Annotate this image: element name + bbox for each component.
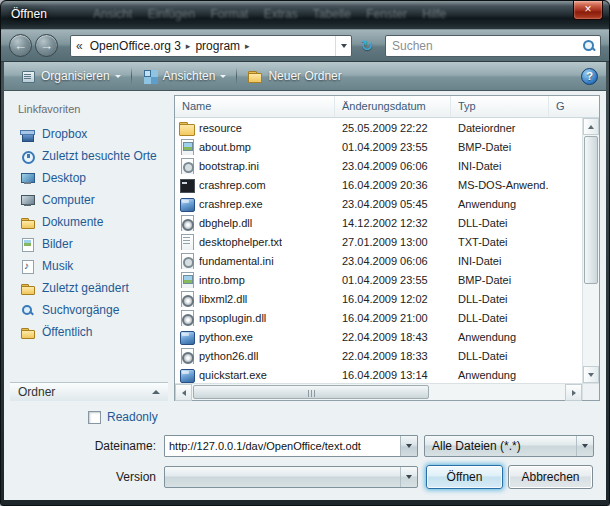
toolbar-separator [236, 67, 237, 85]
chevron-down-icon [341, 44, 347, 48]
breadcrumb[interactable]: « OpenOffice.org 3▸program▸ [70, 35, 352, 57]
column-header-2[interactable]: Typ [451, 96, 549, 117]
ini-file-icon [179, 158, 195, 174]
sidebar-item-searches[interactable]: Suchvorgänge [10, 299, 168, 321]
desktop-icon [20, 171, 35, 186]
file-row[interactable]: fundamental.ini23.04.2009 06:06INI-Datei [175, 251, 582, 270]
breadcrumb-item[interactable]: program [192, 39, 243, 53]
sidebar-item-recent-places[interactable]: Zuletzt besuchte Orte [10, 145, 168, 167]
file-type: Anwendung [451, 331, 549, 343]
vertical-scrollbar[interactable] [582, 118, 599, 383]
vertical-scroll-track[interactable] [583, 285, 599, 366]
organize-label: Organisieren [41, 69, 110, 83]
sidebar-item-public[interactable]: Öffentlich [10, 321, 168, 343]
file-name: dbghelp.dll [199, 217, 252, 229]
file-row[interactable]: dbghelp.dll14.12.2002 12:32DLL-Datei [175, 213, 582, 232]
refresh-button[interactable]: ↻ [355, 35, 379, 57]
horizontal-scroll-track[interactable] [430, 384, 565, 400]
filetype-dropdown-button[interactable] [576, 436, 593, 456]
file-name: crashrep.exe [199, 198, 263, 210]
breadcrumb-separator-icon[interactable]: ▸ [243, 41, 252, 51]
file-type: Anwendung [451, 369, 549, 381]
public-icon [20, 325, 35, 340]
file-date: 23.04.2009 06:06 [335, 160, 451, 172]
filename-dropdown-button[interactable] [400, 436, 417, 456]
sidebar-item-documents[interactable]: Dokumente [10, 211, 168, 233]
open-dialog: Ansicht Einfügen Format Extras Tabelle F… [0, 0, 610, 506]
filename-input[interactable] [165, 436, 400, 456]
breadcrumb-separator-icon[interactable]: ▸ [184, 41, 193, 51]
file-row[interactable]: python26.dll22.04.2009 18:33DLL-Datei [175, 346, 582, 365]
readonly-label[interactable]: Readonly [107, 410, 158, 424]
file-row[interactable]: crashrep.exe23.04.2009 05:45Anwendung [175, 194, 582, 213]
file-name: python26.dll [199, 350, 258, 362]
horizontal-scroll-thumb[interactable] [193, 385, 429, 399]
sidebar-item-music[interactable]: Musik [10, 255, 168, 277]
column-header-0[interactable]: Name [175, 96, 335, 117]
scroll-down-button[interactable] [583, 366, 599, 383]
file-name: desktophelper.txt [199, 236, 282, 248]
chevron-down-icon [220, 75, 226, 78]
txt-file-icon [179, 234, 195, 250]
search-box[interactable] [385, 35, 601, 57]
scroll-up-button[interactable] [583, 118, 599, 135]
back-button[interactable]: ← [9, 34, 32, 57]
file-type: INI-Datei [451, 160, 549, 172]
file-name: quickstart.exe [199, 369, 267, 381]
help-icon: ? [586, 70, 593, 82]
scroll-right-button[interactable] [565, 384, 582, 401]
sidebar-item-label: Dropbox [42, 127, 87, 141]
column-header-3[interactable]: G [549, 96, 599, 117]
forward-button[interactable]: → [35, 34, 58, 57]
file-row[interactable]: desktophelper.txt27.01.2009 13:00TXT-Dat… [175, 232, 582, 251]
file-date: 27.01.2009 13:00 [335, 236, 451, 248]
sidebar-item-pictures[interactable]: Bilder [10, 233, 168, 255]
close-button[interactable]: × [573, 1, 603, 20]
file-row[interactable]: bootstrap.ini23.04.2009 06:06INI-Datei [175, 156, 582, 175]
folders-expander[interactable]: Ordner [10, 382, 168, 401]
readonly-checkbox[interactable] [88, 411, 101, 424]
vertical-scroll-thumb[interactable] [584, 136, 598, 284]
version-select[interactable] [164, 466, 418, 488]
version-label: Version [4, 470, 164, 484]
file-row[interactable]: libxml2.dll16.04.2009 12:02DLL-Datei [175, 289, 582, 308]
version-dropdown-button[interactable] [400, 467, 417, 487]
file-row[interactable]: quickstart.exe16.04.2009 13:14Anwendung [175, 365, 582, 383]
sidebar-item-dropbox[interactable]: Dropbox [10, 123, 168, 145]
horizontal-scrollbar[interactable] [175, 384, 582, 400]
sidebar-item-computer[interactable]: Computer [10, 189, 168, 211]
open-button[interactable]: Öffnen [426, 465, 503, 489]
breadcrumb-dropdown-button[interactable] [335, 36, 351, 56]
dll-file-icon [179, 348, 195, 364]
search-input[interactable] [392, 39, 582, 53]
views-button[interactable]: Ansichten [134, 65, 235, 87]
scroll-left-button[interactable] [175, 384, 192, 401]
breadcrumb-overflow-icon[interactable]: « [76, 39, 83, 53]
file-row[interactable]: npsoplugin.dll16.04.2009 21:00DLL-Datei [175, 308, 582, 327]
sidebar-item-recent-changed[interactable]: Zuletzt geändert [10, 277, 168, 299]
breadcrumb-item[interactable]: OpenOffice.org 3 [87, 39, 184, 53]
cancel-button[interactable]: Abbrechen [508, 465, 593, 489]
file-date: 01.04.2009 23:55 [335, 274, 451, 286]
filename-combobox[interactable] [164, 435, 418, 457]
help-button[interactable]: ? [581, 68, 598, 85]
search-icon[interactable] [582, 39, 596, 53]
file-type: BMP-Datei [451, 274, 549, 286]
new-folder-button[interactable]: Neuer Ordner [239, 65, 349, 87]
filetype-select[interactable]: Alle Dateien (*.*) [424, 435, 594, 457]
file-row[interactable]: crashrep.com16.04.2009 20:36MS-DOS-Anwen… [175, 175, 582, 194]
dll-file-icon [179, 291, 195, 307]
file-row[interactable]: resource25.05.2009 22:22Dateiordner [175, 118, 582, 137]
column-header-1[interactable]: Änderungsdatum [335, 96, 451, 117]
arrow-right-icon [572, 390, 576, 396]
new-folder-icon [247, 68, 263, 84]
file-date: 16.04.2009 12:02 [335, 293, 451, 305]
file-row[interactable]: python.exe22.04.2009 18:43Anwendung [175, 327, 582, 346]
organize-button[interactable]: Organisieren [12, 65, 129, 87]
file-rows: resource25.05.2009 22:22Dateiordnerabout… [175, 118, 582, 383]
titlebar[interactable]: Ansicht Einfügen Format Extras Tabelle F… [1, 1, 609, 29]
file-row[interactable]: intro.bmp01.04.2009 23:55BMP-Datei [175, 270, 582, 289]
sidebar-item-desktop[interactable]: Desktop [10, 167, 168, 189]
file-row[interactable]: about.bmp01.04.2009 23:55BMP-Datei [175, 137, 582, 156]
file-type: DLL-Datei [451, 217, 549, 229]
